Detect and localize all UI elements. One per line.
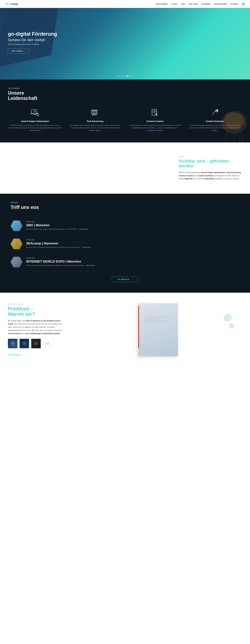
nav-eo-magazine[interactable]: EO:MAGAZINE xyxy=(214,3,227,5)
content-desc: Von der Recherche, der Konzeption einer … xyxy=(128,124,182,132)
pradikate-section: Zertifizierte Qualität Prädikate – Warum… xyxy=(0,293,250,367)
arrow-right-icon: → xyxy=(131,278,133,280)
messen-smx-link[interactable]: Weiterlesen xyxy=(79,228,88,230)
messen-iwe-image xyxy=(10,257,22,267)
book-lines xyxy=(142,314,174,346)
nav-leistungen[interactable]: LEISTUNGEN xyxy=(156,3,167,5)
arrow-down-icon: ↓ xyxy=(24,50,25,52)
nav-links: LEISTUNGEN CASES FAQ DAS TEAM EO:NEWS EO… xyxy=(156,2,245,6)
leistungen-heading: Unsere Leidenschaft xyxy=(8,90,242,101)
sichtbar-content: eology Sichtbar sein – gefunden werden. … xyxy=(179,156,242,180)
messen-seacamp-desc: Wir sind 2022 hoffentlich wieder Sponsor… xyxy=(26,246,91,249)
leistungen-grid: Search Engine Optimization Mit SEO verhe… xyxy=(8,108,242,132)
leistung-seo: Search Engine Optimization Mit SEO verhe… xyxy=(8,108,63,132)
badge-bvdw2: BVDW2021 xyxy=(19,339,29,348)
svg-point-2 xyxy=(7,3,8,4)
logo-text: eology xyxy=(10,3,18,6)
messen-smx-title: SMX | München xyxy=(26,223,88,227)
hero-title: go-digital Förderung xyxy=(8,31,57,37)
svg-line-8 xyxy=(38,115,39,116)
messen-smx-sub: Triff eos xyxy=(26,221,88,222)
badges-container: BVDWStrategicPartner BVDW2021 Award2021 … xyxy=(8,339,66,348)
nav-eo-news[interactable]: EO:NEWS xyxy=(202,3,211,5)
navigation: eology LEISTUNGEN CASES FAQ DAS TEAM EO:… xyxy=(0,0,250,8)
messen-seacamp-text: Triff eos SEAcamp | Hannover Wir sind 20… xyxy=(26,239,91,249)
hero-subtitle: Sichere Dir den Vorteil xyxy=(8,38,57,42)
outreach-title: Content Outreach xyxy=(187,120,242,122)
messen-seacamp-sub: Triff eos xyxy=(26,239,91,241)
footer-divider xyxy=(8,367,242,367)
paid-icon: $ xyxy=(90,108,100,118)
pradikate-right xyxy=(74,303,242,356)
svg-rect-6 xyxy=(33,114,35,114)
book-line xyxy=(145,319,161,320)
book-line xyxy=(145,322,163,322)
hero-cta-button[interactable]: mehr erfahren ↓ xyxy=(8,48,29,54)
content-icon xyxy=(150,108,160,118)
svg-line-10 xyxy=(35,112,36,112)
hero-dot-3[interactable] xyxy=(125,76,129,76)
hero-dot-1[interactable] xyxy=(117,76,120,76)
book-line xyxy=(145,320,169,321)
svg-point-0 xyxy=(5,2,9,6)
nav-faq[interactable]: FAQ xyxy=(181,3,185,5)
messen-overview-label: Zur Übersicht xyxy=(117,278,129,280)
messen-iwe-text: Triff eos INTERNET WORLD EXPO | München … xyxy=(26,257,95,267)
logo[interactable]: eology xyxy=(5,2,18,6)
svg-rect-16 xyxy=(92,114,97,115)
pradikate-left: Zertifizierte Qualität Prädikate – Warum… xyxy=(8,303,66,356)
hero-dots xyxy=(117,76,133,76)
badge-bvdw1: BVDWStrategicPartner xyxy=(8,339,17,348)
messen-smx-text: Triff eos SMX | München Wir sind Sponsor… xyxy=(26,221,88,230)
book-accent xyxy=(138,306,139,348)
svg-rect-19 xyxy=(152,109,156,116)
svg-point-3 xyxy=(7,4,8,5)
globe-icon[interactable]: 🌐 xyxy=(242,2,245,6)
list-item: Triff eos INTERNET WORLD EXPO | München … xyxy=(10,253,240,271)
svg-text:$: $ xyxy=(94,112,95,113)
svg-point-1 xyxy=(6,3,7,4)
outreach-desc: Unser Expertenteam verbreitet die versch… xyxy=(187,124,242,132)
outreach-icon xyxy=(210,108,220,118)
pradikate-heading: Prädikate – Warum wir? xyxy=(8,306,66,317)
hero-dot-4[interactable] xyxy=(130,76,133,76)
nav-das-team[interactable]: DAS TEAM xyxy=(189,3,198,5)
hero-content: go-digital Förderung Sichere Dir den Vor… xyxy=(8,31,57,54)
pradikate-more-button[interactable]: mehr erfahren → xyxy=(8,354,24,356)
logo-icon xyxy=(5,2,9,6)
messen-iwe-link[interactable]: Weiterlesen xyxy=(86,264,95,266)
hero-section: go-digital Förderung Sichere Dir den Vor… xyxy=(0,8,250,80)
messen-list: Triff eos SMX | München Wir sind Sponsor… xyxy=(10,217,240,271)
messen-seacamp-link[interactable]: Weiterlesen xyxy=(82,246,91,248)
messen-heading: Triff uns eos xyxy=(10,204,240,210)
messen-smx-image xyxy=(10,220,22,231)
sichtbar-label: eology xyxy=(179,156,242,157)
circle-decoration-1 xyxy=(224,314,232,322)
messen-btn-wrap: Zur Übersicht → xyxy=(10,276,240,282)
leistung-outreach: Content Outreach Unser Expertenteam verb… xyxy=(187,108,242,132)
messen-iwe-desc: Triff uns auf der Internet World Expo in… xyxy=(26,264,95,267)
messen-iwe-title: INTERNET WORLD EXPO | München xyxy=(26,260,95,264)
messen-overview-button[interactable]: Zur Übersicht → xyxy=(112,276,138,282)
leistungen-label: Leistungen xyxy=(8,88,242,89)
badge-award: Award2021 xyxy=(31,339,41,348)
seo-icon xyxy=(30,108,40,118)
paid-desc: Wir managen Deine Paid Advertising Accou… xyxy=(68,124,123,132)
messen-section: Messen Triff uns eos Triff eos SMX | Mün… xyxy=(0,194,250,293)
paid-title: Paid Advertising xyxy=(68,120,123,122)
hero-dot-2[interactable] xyxy=(121,76,125,76)
leistung-content: Content Creation Von der Recherche, der … xyxy=(128,108,182,132)
nav-eo-wiki[interactable]: EO:WIKI xyxy=(231,3,238,5)
messen-smx-desc: Wir sind Sponsor der Search Marketing Ex… xyxy=(26,228,88,230)
nav-cases[interactable]: CASES xyxy=(171,3,177,5)
seo-desc: Mit SEO verhelfen wir Websites zu mehr S… xyxy=(8,124,63,132)
arrow-right-icon: → xyxy=(22,354,24,356)
leistung-paid: $ Paid Advertising Wir managen Deine Pai… xyxy=(68,108,123,132)
hero-cta-label: mehr erfahren xyxy=(11,50,23,52)
messen-iwe-sub: Triff eos xyxy=(26,257,95,259)
sichtbar-heading: Sichtbar sein – gefunden werden. xyxy=(179,158,242,168)
pradikate-text: Bei eology haben wir hohe Ansprüche an d… xyxy=(8,319,66,335)
sichtbar-text: Mit den Kernkompetenzen Search Engine Op… xyxy=(179,171,242,180)
sichtbar-section: eology Sichtbar sein – gefunden werden. … xyxy=(0,142,250,194)
messen-seacamp-image xyxy=(10,238,22,249)
